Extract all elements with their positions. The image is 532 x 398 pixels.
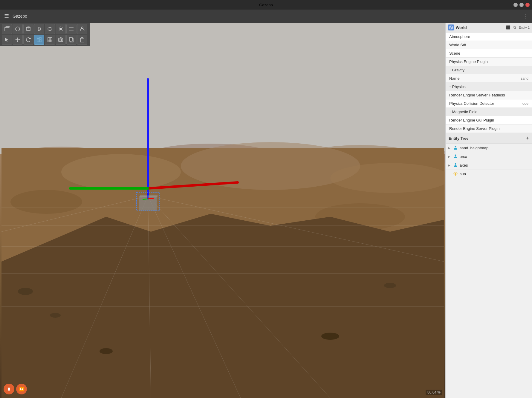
- entity-axes[interactable]: ▶ axes: [446, 161, 532, 170]
- gravity-row[interactable]: + Gravity: [446, 66, 532, 74]
- 3d-viewport[interactable]: 80.64 % ⏸ ⏩: [0, 23, 445, 398]
- svg-rect-38: [39, 40, 41, 42]
- sphere-tool-button[interactable]: [13, 24, 23, 34]
- svg-marker-31: [17, 41, 18, 42]
- svg-line-19: [59, 30, 59, 31]
- orca-icon: [453, 154, 458, 159]
- sand-heightmap-icon: [453, 145, 458, 150]
- physics-collision-detector-row[interactable]: Physics Collision Detector ode: [446, 99, 532, 108]
- entity-count-label: Entity 1: [519, 26, 530, 29]
- render-engine-server-headless-row[interactable]: Render Engine Server Headless: [446, 91, 532, 99]
- name-value: sand: [521, 76, 528, 81]
- minimize-button[interactable]: [513, 3, 518, 7]
- pause-button[interactable]: ⏸: [4, 384, 14, 394]
- snap-tool-button[interactable]: [34, 35, 44, 45]
- orca-expand-icon: ▶: [448, 155, 452, 158]
- svg-line-24: [80, 29, 81, 31]
- magnetic-field-row[interactable]: + Magnetic Field: [446, 108, 532, 116]
- title-bar: Gazebo: [0, 0, 532, 10]
- svg-rect-37: [37, 40, 39, 42]
- svg-point-57: [330, 163, 445, 193]
- axes-label: axes: [460, 163, 468, 168]
- svg-point-10: [48, 27, 52, 30]
- menu-bar: ☰ Gazebo ⋮: [0, 10, 532, 23]
- entity-orca[interactable]: ▶ orca: [446, 152, 532, 161]
- world-minimize-button[interactable]: ⬛: [505, 25, 511, 30]
- rotate-tool-button[interactable]: [23, 35, 33, 45]
- entity-tree-section: Entity Tree + ▶ sand_heightmap: [446, 133, 532, 398]
- spot-light-button[interactable]: [77, 24, 87, 34]
- directional-light-button[interactable]: [66, 24, 77, 34]
- magnetic-field-expand-icon: +: [449, 110, 451, 113]
- svg-point-73: [18, 288, 33, 295]
- paste-button[interactable]: [77, 35, 87, 45]
- playback-controls: ⏸ ⏩: [4, 384, 27, 394]
- world-sdf-row[interactable]: World Sdf: [446, 41, 532, 49]
- svg-marker-61: [1, 214, 444, 398]
- toolbar-row-tools: [2, 35, 88, 45]
- add-entity-button[interactable]: +: [526, 136, 529, 141]
- maximize-button[interactable]: [519, 3, 524, 7]
- cylinder-tool-button[interactable]: [23, 24, 33, 34]
- scene-row[interactable]: Scene: [446, 49, 532, 58]
- physics-collision-detector-label: Physics Collision Detector: [449, 101, 522, 106]
- grid-tool-button[interactable]: [45, 35, 55, 45]
- more-options-icon[interactable]: ⋮: [521, 12, 529, 21]
- svg-point-92: [455, 155, 456, 156]
- svg-point-77: [100, 348, 113, 354]
- physics-engine-plugin-row[interactable]: Physics Engine Plugin: [446, 58, 532, 66]
- right-panel: World ⬛ ⧉ Entity 1 Atmosphere World Sdf …: [445, 23, 532, 398]
- toolbar-row-shapes: [2, 24, 88, 34]
- entity-sun[interactable]: sun: [446, 170, 532, 178]
- hamburger-icon[interactable]: ☰: [3, 12, 10, 21]
- physics-row[interactable]: + Physics: [446, 83, 532, 91]
- box-tool-button[interactable]: [2, 24, 12, 34]
- copy-button[interactable]: [66, 35, 77, 45]
- svg-point-4: [16, 27, 20, 31]
- atmosphere-row[interactable]: Atmosphere: [446, 33, 532, 41]
- physics-collision-detector-value: ode: [522, 102, 528, 106]
- sun-icon: [453, 171, 458, 176]
- screenshot-button[interactable]: [56, 35, 66, 45]
- svg-point-58: [10, 190, 82, 214]
- svg-marker-27: [5, 38, 8, 42]
- world-header-controls: ⬛ ⧉ Entity 1: [505, 25, 530, 30]
- svg-point-11: [59, 28, 62, 30]
- svg-point-55: [61, 154, 181, 190]
- name-row[interactable]: Name sand: [446, 74, 532, 83]
- svg-line-85: [143, 199, 148, 199]
- content-area: 80.64 % ⏸ ⏩ World ⬛ ⧉ Entity 1: [0, 23, 532, 398]
- entity-sand-heightmap[interactable]: ▶ sand_heightmap: [446, 144, 532, 152]
- svg-rect-82: [140, 195, 158, 197]
- sun-label: sun: [460, 172, 466, 176]
- sand-heightmap-expand-icon: ▶: [448, 146, 452, 150]
- point-light-button[interactable]: [56, 24, 66, 34]
- ellipsoid-tool-button[interactable]: [45, 24, 55, 34]
- world-section: World ⬛ ⧉ Entity 1 Atmosphere World Sdf …: [446, 23, 532, 133]
- svg-marker-30: [17, 37, 18, 39]
- render-engine-server-row[interactable]: Render Engine Server Plugin: [446, 125, 532, 133]
- world-sdf-label: World Sdf: [449, 43, 528, 47]
- svg-point-89: [455, 146, 456, 147]
- svg-line-18: [62, 27, 63, 28]
- translate-tool-button[interactable]: [13, 35, 23, 45]
- svg-point-74: [50, 313, 61, 318]
- svg-line-84: [148, 198, 154, 199]
- window-title: Gazebo: [259, 3, 273, 7]
- capsule-tool-button[interactable]: [34, 24, 44, 34]
- orca-label: orca: [460, 154, 467, 159]
- world-icon: [448, 24, 454, 30]
- fastforward-button[interactable]: ⏩: [16, 384, 27, 394]
- close-button[interactable]: [525, 3, 530, 7]
- svg-line-103: [454, 172, 455, 173]
- svg-point-98: [455, 173, 456, 175]
- svg-line-105: [456, 172, 457, 173]
- select-tool-button[interactable]: [2, 35, 12, 45]
- svg-marker-33: [19, 39, 20, 40]
- svg-line-16: [59, 27, 59, 28]
- atmosphere-label: Atmosphere: [449, 34, 528, 39]
- world-split-button[interactable]: ⧉: [513, 25, 517, 30]
- render-engine-gui-row[interactable]: Render Engine Gui Plugin: [446, 116, 532, 125]
- entity-tree-header: Entity Tree +: [446, 133, 532, 144]
- svg-line-104: [456, 175, 457, 175]
